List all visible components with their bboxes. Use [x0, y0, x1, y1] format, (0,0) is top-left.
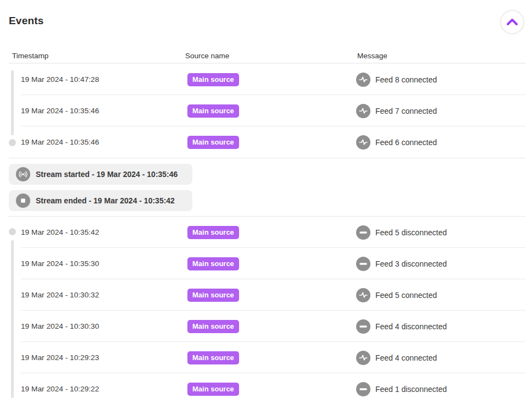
- timeline-line: [11, 70, 14, 135]
- event-message: Feed 5 disconnected: [375, 228, 447, 237]
- pulse-icon: [356, 73, 370, 87]
- chevron-up-icon: [505, 17, 519, 27]
- minus-icon: [356, 319, 370, 334]
- event-timestamp: 19 Mar 2024 - 10:29:22: [21, 385, 187, 393]
- stream-banner-label: Stream started - 19 Mar 2024 - 10:35:46: [36, 170, 178, 179]
- event-timestamp: 19 Mar 2024 - 10:30:30: [21, 322, 187, 330]
- event-row: 19 Mar 2024 - 10:35:46 Main source Feed …: [0, 95, 532, 126]
- event-message: Feed 4 connected: [375, 353, 437, 362]
- event-timestamp: 19 Mar 2024 - 10:47:28: [21, 75, 187, 84]
- pulse-icon: [356, 104, 370, 118]
- page-title: Events: [9, 15, 44, 27]
- event-timestamp: 19 Mar 2024 - 10:30:32: [21, 291, 187, 299]
- event-timestamp: 19 Mar 2024 - 10:35:30: [21, 259, 187, 268]
- minus-icon: [356, 382, 370, 396]
- minus-icon: [356, 257, 370, 271]
- broadcast-icon: [16, 167, 30, 181]
- source-badge: Main source: [187, 226, 239, 239]
- event-row: 19 Mar 2024 - 10:29:22 Main source Feed …: [0, 373, 532, 398]
- events-table: Timestamp Source name Message 19 Mar 202…: [0, 51, 532, 398]
- minus-icon: [356, 225, 370, 240]
- column-header-message: Message: [357, 52, 532, 60]
- event-timestamp: 19 Mar 2024 - 10:29:23: [21, 353, 187, 362]
- event-message: Feed 3 disconnected: [375, 259, 447, 268]
- event-message: Feed 7 connected: [375, 107, 437, 115]
- stream-banner: Stream started - 19 Mar 2024 - 10:35:46: [9, 164, 192, 185]
- event-row: 19 Mar 2024 - 10:35:42 Main source Feed …: [0, 217, 532, 248]
- event-timestamp: 19 Mar 2024 - 10:35:42: [21, 228, 187, 236]
- column-header-source-name: Source name: [185, 52, 357, 60]
- event-row: 19 Mar 2024 - 10:35:30 Main source Feed …: [0, 248, 532, 279]
- stream-banner: Stream ended - 19 Mar 2024 - 10:35:42: [9, 190, 192, 211]
- source-badge: Main source: [187, 351, 239, 364]
- event-message: Feed 4 disconnected: [375, 322, 447, 331]
- stop-icon: [16, 194, 30, 208]
- pulse-icon: [356, 351, 370, 365]
- source-badge: Main source: [187, 104, 239, 118]
- events-panel: Events Timestamp Source name Message 19 …: [0, 0, 532, 398]
- event-message: Feed 6 connected: [375, 138, 437, 147]
- timeline-dot: [9, 139, 16, 146]
- table-header: Timestamp Source name Message: [0, 51, 532, 60]
- timeline-line: [11, 240, 14, 398]
- stream-banners: Stream started - 19 Mar 2024 - 10:35:46 …: [0, 158, 532, 216]
- event-row: 19 Mar 2024 - 10:47:28 Main source Feed …: [0, 64, 532, 95]
- event-timestamp: 19 Mar 2024 - 10:35:46: [21, 138, 187, 146]
- pulse-icon: [356, 288, 370, 302]
- event-message: Feed 1 disconnected: [375, 385, 447, 394]
- event-rows-group-2: 19 Mar 2024 - 10:35:42 Main source Feed …: [0, 217, 532, 398]
- stream-banner-label: Stream ended - 19 Mar 2024 - 10:35:42: [36, 196, 175, 205]
- source-badge: Main source: [187, 289, 239, 302]
- source-badge: Main source: [187, 257, 239, 270]
- event-timestamp: 19 Mar 2024 - 10:35:46: [21, 107, 187, 115]
- source-badge: Main source: [187, 383, 239, 396]
- collapse-events-button[interactable]: [500, 10, 524, 34]
- event-message: Feed 8 connected: [375, 75, 437, 84]
- source-badge: Main source: [187, 73, 239, 86]
- event-row: 19 Mar 2024 - 10:30:32 Main source Feed …: [0, 279, 532, 311]
- source-badge: Main source: [187, 136, 239, 149]
- pulse-icon: [356, 135, 370, 150]
- source-badge: Main source: [187, 320, 239, 333]
- event-message: Feed 5 connected: [375, 291, 437, 300]
- event-row: 19 Mar 2024 - 10:30:30 Main source Feed …: [0, 311, 532, 342]
- event-row: 19 Mar 2024 - 10:29:23 Main source Feed …: [0, 342, 532, 373]
- column-header-timestamp: Timestamp: [12, 52, 185, 60]
- event-row: 19 Mar 2024 - 10:35:46 Main source Feed …: [0, 126, 532, 158]
- event-rows-group-1: 19 Mar 2024 - 10:47:28 Main source Feed …: [0, 64, 532, 158]
- timeline-dot: [9, 228, 16, 235]
